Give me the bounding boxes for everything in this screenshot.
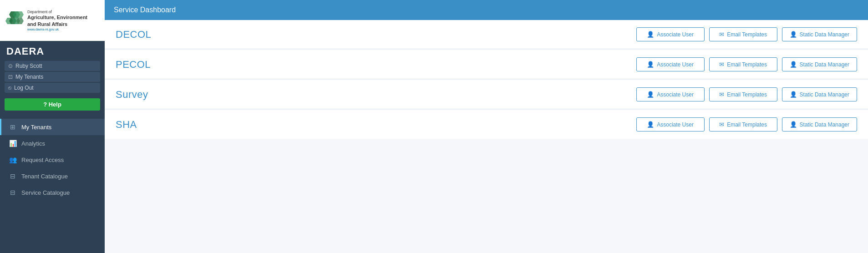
email-templates-label-pecol: Email Templates <box>727 61 767 68</box>
email-templates-label-sha: Email Templates <box>727 121 767 128</box>
associate-user-label-decol: Associate User <box>657 31 694 38</box>
service-row-sha: SHA 👤 Associate User ✉ Email Templates 👤… <box>105 110 868 139</box>
static-data-manager-label-decol: Static Data Manager <box>800 31 849 38</box>
profile-icon: ⊙ <box>8 63 13 69</box>
associate-user-icon-survey: 👤 <box>647 91 654 98</box>
sidebar-item-my-tenants-label: My Tenants <box>21 124 51 131</box>
email-templates-button-pecol[interactable]: ✉ Email Templates <box>709 57 777 71</box>
service-name-survey: Survey <box>116 89 636 101</box>
logo-url: www.daera-ni.gov.uk <box>27 27 87 31</box>
associate-user-button-pecol[interactable]: 👤 Associate User <box>636 57 705 71</box>
email-templates-label-survey: Email Templates <box>727 91 767 98</box>
associate-user-label-pecol: Associate User <box>657 61 694 68</box>
service-name-pecol: PECOL <box>116 59 636 71</box>
associate-user-button-sha[interactable]: 👤 Associate User <box>636 117 705 132</box>
email-templates-icon-decol: ✉ <box>719 31 724 38</box>
logo-dept-line1: Department of <box>27 10 87 14</box>
email-templates-icon-survey: ✉ <box>719 91 724 98</box>
sidebar-item-analytics[interactable]: 📊 Analytics <box>0 135 105 152</box>
analytics-icon: 📊 <box>9 140 17 147</box>
logout-icon: ⎋ <box>8 85 11 91</box>
logo-area: Department of Agriculture, Environment a… <box>0 0 105 41</box>
static-data-manager-icon-pecol: 👤 <box>790 61 797 68</box>
associate-user-icon-pecol: 👤 <box>647 61 654 68</box>
email-templates-button-survey[interactable]: ✉ Email Templates <box>709 87 777 101</box>
email-templates-icon-pecol: ✉ <box>719 61 724 68</box>
service-row-decol: DECOL 👤 Associate User ✉ Email Templates… <box>105 20 868 49</box>
main-content: Service Dashboard DECOL 👤 Associate User… <box>105 0 868 253</box>
associate-user-label-sha: Associate User <box>657 121 694 128</box>
static-data-manager-button-pecol[interactable]: 👤 Static Data Manager <box>782 57 857 71</box>
sidebar-item-my-tenants[interactable]: ⊞ My Tenants <box>0 119 105 135</box>
associate-user-button-survey[interactable]: 👤 Associate User <box>636 87 705 101</box>
my-tenants-label: My Tenants <box>15 74 43 80</box>
email-templates-button-decol[interactable]: ✉ Email Templates <box>709 27 777 41</box>
action-buttons-decol: 👤 Associate User ✉ Email Templates 👤 Sta… <box>636 27 857 41</box>
static-data-manager-icon-sha: 👤 <box>790 121 797 128</box>
associate-user-icon-sha: 👤 <box>647 121 654 128</box>
sidebar-item-request-access[interactable]: 👥 Request Access <box>0 152 105 168</box>
associate-user-button-decol[interactable]: 👤 Associate User <box>636 27 705 41</box>
tenant-catalogue-icon: ⊟ <box>9 172 17 180</box>
sidebar-item-service-catalogue-label: Service Catalogue <box>21 189 70 196</box>
action-buttons-pecol: 👤 Associate User ✉ Email Templates 👤 Sta… <box>636 57 857 71</box>
service-list: DECOL 👤 Associate User ✉ Email Templates… <box>105 20 868 253</box>
associate-user-label-survey: Associate User <box>657 91 694 98</box>
my-tenants-item[interactable]: ⊡ My Tenants <box>5 72 100 82</box>
user-profile-item[interactable]: ⊙ Ruby Scott <box>5 61 100 71</box>
logout-item[interactable]: ⎋ Log Out <box>5 83 100 93</box>
service-catalogue-icon: ⊟ <box>9 189 17 196</box>
daera-logo <box>5 10 27 31</box>
logo-main-text2: and Rural Affairs <box>27 21 87 27</box>
user-section: ⊙ Ruby Scott ⊡ My Tenants ⎋ Log Out <box>0 59 105 95</box>
sidebar-nav: ⊞ My Tenants 📊 Analytics 👥 Request Acces… <box>0 119 105 201</box>
sidebar-item-tenant-catalogue[interactable]: ⊟ Tenant Catalogue <box>0 168 105 184</box>
service-row-pecol: PECOL 👤 Associate User ✉ Email Templates… <box>105 50 868 79</box>
page-title: Service Dashboard <box>114 6 176 14</box>
static-data-manager-label-pecol: Static Data Manager <box>800 61 849 68</box>
static-data-manager-label-survey: Static Data Manager <box>800 91 849 98</box>
action-buttons-survey: 👤 Associate User ✉ Email Templates 👤 Sta… <box>636 87 857 101</box>
email-templates-button-sha[interactable]: ✉ Email Templates <box>709 117 777 132</box>
email-templates-label-decol: Email Templates <box>727 31 767 38</box>
email-templates-icon-sha: ✉ <box>719 121 724 128</box>
static-data-manager-button-survey[interactable]: 👤 Static Data Manager <box>782 87 857 101</box>
sidebar-item-request-access-label: Request Access <box>21 157 64 163</box>
service-name-decol: DECOL <box>116 29 636 40</box>
service-name-sha: SHA <box>116 119 636 131</box>
static-data-manager-icon-decol: 👤 <box>790 31 797 38</box>
action-buttons-sha: 👤 Associate User ✉ Email Templates 👤 Sta… <box>636 117 857 132</box>
service-row-survey: Survey 👤 Associate User ✉ Email Template… <box>105 80 868 109</box>
static-data-manager-button-decol[interactable]: 👤 Static Data Manager <box>782 27 857 41</box>
tenants-icon: ⊡ <box>8 74 13 80</box>
sidebar: Department of Agriculture, Environment a… <box>0 0 105 253</box>
sidebar-brand: DAERA <box>0 41 105 59</box>
static-data-manager-button-sha[interactable]: 👤 Static Data Manager <box>782 117 857 132</box>
sidebar-item-analytics-label: Analytics <box>21 140 45 147</box>
sidebar-item-service-catalogue[interactable]: ⊟ Service Catalogue <box>0 184 105 201</box>
associate-user-icon-decol: 👤 <box>647 31 654 38</box>
request-access-icon: 👥 <box>9 156 17 163</box>
logo-text: Department of Agriculture, Environment a… <box>27 10 87 31</box>
static-data-manager-label-sha: Static Data Manager <box>800 121 849 128</box>
my-tenants-nav-icon: ⊞ <box>9 123 17 131</box>
help-button[interactable]: ? Help <box>5 98 100 111</box>
logout-label: Log Out <box>14 85 34 91</box>
top-bar: Service Dashboard <box>105 0 868 20</box>
static-data-manager-icon-survey: 👤 <box>790 91 797 98</box>
logo-main-text: Agriculture, Environment <box>27 14 87 20</box>
sidebar-item-tenant-catalogue-label: Tenant Catalogue <box>21 173 68 180</box>
user-name: Ruby Scott <box>15 63 42 69</box>
